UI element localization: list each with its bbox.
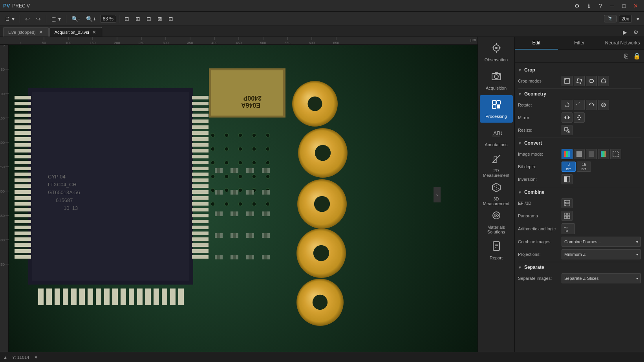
crop-modes-row: Crop modes: xyxy=(518,76,641,86)
mode-gray8-btn[interactable] xyxy=(586,149,597,159)
arithmetic-btn[interactable]: +×+& xyxy=(562,223,575,234)
help-btn[interactable]: ? xyxy=(595,1,606,11)
zoom-out-btn[interactable]: 🔍- xyxy=(69,15,82,23)
sidebar-tool-report[interactable]: Report xyxy=(480,237,513,264)
rotate-cw-btn[interactable] xyxy=(562,100,573,110)
sidebar-tool-annotations[interactable]: ABC Annotations xyxy=(480,123,513,151)
fit-width-btn[interactable]: ⊡ xyxy=(122,15,132,23)
crop-ellipse-btn[interactable] xyxy=(586,76,597,86)
crop-rect-btn[interactable] xyxy=(562,76,573,86)
sidebar-tool-processing[interactable]: Processing xyxy=(480,95,513,123)
acquisition-label: Acquisition xyxy=(486,86,507,90)
crop-rotate-btn[interactable] xyxy=(574,76,585,86)
magnification-display: 20x xyxy=(619,15,632,23)
bit-8-btn[interactable]: 8BIT xyxy=(562,162,576,172)
tab-edit[interactable]: Edit xyxy=(515,37,558,50)
lock-icon-btn[interactable]: 🔒 xyxy=(631,51,642,61)
tab-acquisition[interactable]: Acquisition_03.vsi ✕ xyxy=(49,27,102,37)
canvas-container[interactable]: const canvas = document.getElementById('… xyxy=(9,45,478,352)
bit-depth-label: Bit depth: xyxy=(518,164,559,169)
tab-acquisition-label: Acquisition_03.vsi xyxy=(55,30,89,35)
crop-free-btn[interactable] xyxy=(598,76,609,86)
bit-16-btn[interactable]: 16BIT xyxy=(577,162,591,172)
info-btn[interactable]: ℹ xyxy=(584,1,594,11)
select-rect-btn[interactable]: ⬚ ▾ xyxy=(49,15,63,23)
panorama-btn[interactable] xyxy=(562,211,573,221)
svg-rect-94 xyxy=(565,128,568,131)
combine-images-dropdown[interactable]: Combine Frames... ▾ xyxy=(562,237,641,247)
section-crop-label: Crop xyxy=(524,67,535,73)
mode-custom-btn[interactable]: ... xyxy=(610,149,621,159)
sync-btn[interactable]: ⊠ xyxy=(155,15,165,23)
mode-color-btn[interactable] xyxy=(562,149,573,159)
close-btn[interactable]: ✕ xyxy=(631,1,641,11)
toolbar: 🗋 ▾ ↩ ↪ ⬚ ▾ 🔍- 🔍+ 83 % ⊡ ⊞ ⊟ ⊠ ⊡ 🔭 20x ▾ xyxy=(0,12,644,26)
sidebar-tool-observation[interactable]: Observation xyxy=(480,39,513,66)
redo-btn[interactable]: ↪ xyxy=(34,15,43,23)
svg-text:0: 0 xyxy=(20,41,21,45)
tab-acquisition-close[interactable]: ✕ xyxy=(91,29,97,35)
ruler-left: 0 50 100 150 200 250 300 350 400 450 xyxy=(0,45,9,352)
svg-text:550: 550 xyxy=(284,41,290,45)
tab-live[interactable]: Live (stopped) ✕ xyxy=(3,27,49,37)
svg-text:...: ... xyxy=(614,153,617,156)
rotate-180-btn[interactable] xyxy=(586,100,597,110)
new-btn[interactable]: 🗋 ▾ xyxy=(2,15,17,23)
projections-dropdown[interactable]: Minimum Z ▾ xyxy=(562,249,641,259)
3d-measurement-icon xyxy=(491,182,502,195)
tabbar: Live (stopped) ✕ Acquisition_03.vsi ✕ ▶ … xyxy=(0,26,644,37)
svg-rect-112 xyxy=(567,213,570,215)
svg-line-86 xyxy=(604,104,605,105)
rotate-ccw-btn[interactable] xyxy=(574,100,585,110)
processing-label: Processing xyxy=(485,114,507,119)
mode-pseudo-btn[interactable] xyxy=(598,149,609,159)
zoom-in-btn[interactable]: 🔍+ xyxy=(84,15,98,23)
invert-btn[interactable] xyxy=(562,174,573,184)
svg-text:250: 250 xyxy=(0,165,5,169)
tab-filter[interactable]: Filter xyxy=(558,37,601,50)
pcb-image[interactable] xyxy=(9,45,478,352)
tab-navigate-btn[interactable]: ▶ xyxy=(620,28,629,37)
crop-modes-controls xyxy=(562,76,609,86)
split-btn[interactable]: ⊡ xyxy=(166,15,176,23)
svg-rect-107 xyxy=(564,176,567,182)
resize-btn[interactable] xyxy=(562,125,573,135)
efi-btn[interactable] xyxy=(562,198,573,208)
combine-images-row: Combine images: Combine Frames... ▾ xyxy=(518,237,641,247)
zoom-value: 83 % xyxy=(103,16,113,22)
tab-live-close[interactable]: ✕ xyxy=(38,29,44,35)
rotate-custom-btn[interactable] xyxy=(598,100,609,110)
maximize-btn[interactable]: □ xyxy=(619,1,629,11)
copy-icon-btn[interactable]: ⎘ xyxy=(623,51,630,61)
mirror-h-btn[interactable] xyxy=(562,112,573,123)
sidebar-tool-3d-measurement[interactable]: 3D Measurement xyxy=(480,180,513,208)
report-label: Report xyxy=(490,255,503,260)
minimize-btn[interactable]: ─ xyxy=(607,1,617,11)
svg-rect-109 xyxy=(564,204,570,206)
section-convert: ▼ Convert xyxy=(518,140,641,146)
undo-btn[interactable]: ↩ xyxy=(23,15,32,23)
svg-text:150: 150 xyxy=(90,41,95,45)
mirror-v-btn[interactable] xyxy=(574,112,585,123)
fit-all-btn[interactable]: ⊟ xyxy=(144,15,154,23)
separate-images-label: Separate images: xyxy=(518,276,559,281)
mode-gray16-btn[interactable] xyxy=(574,149,585,159)
settings-btn[interactable]: ⚙ xyxy=(572,1,582,11)
separate-images-dropdown[interactable]: Separate Z-Slices ▾ xyxy=(562,273,641,283)
magnification-value: 20x xyxy=(622,16,629,22)
sidebar-tool-acquisition[interactable]: Acquisition xyxy=(480,67,513,94)
section-geometry: ▼ Geometry xyxy=(518,91,641,97)
objective-badge: 🔭 xyxy=(604,15,617,22)
mag-dropdown-btn[interactable]: ▾ xyxy=(634,15,642,23)
svg-point-49 xyxy=(495,47,498,49)
sidebar-tool-materials[interactable]: Materials Solutions xyxy=(480,208,513,236)
tab-options-btn[interactable]: ⚙ xyxy=(631,28,641,37)
fit-height-btn[interactable]: ⊞ xyxy=(133,15,143,23)
svg-text:450: 450 xyxy=(236,41,242,45)
tab-neural-networks[interactable]: Neural Networks xyxy=(601,37,644,50)
svg-rect-103 xyxy=(601,151,606,157)
svg-point-55 xyxy=(494,75,498,79)
sidebar-toggle-btn[interactable]: ‹ xyxy=(434,187,441,202)
image-mode-controls: ... xyxy=(562,149,621,159)
sidebar-tool-2d-measurement[interactable]: 2D Measurement xyxy=(480,152,513,179)
